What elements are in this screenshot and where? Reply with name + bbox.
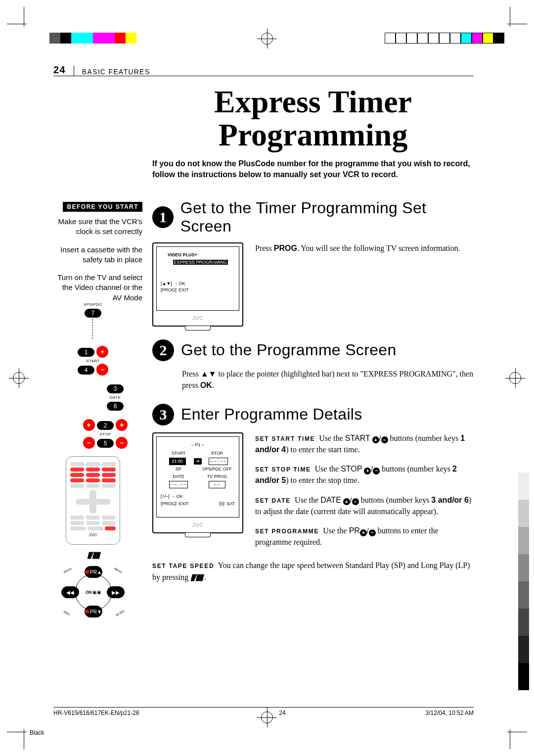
footer-file: HR-V615/616/617EK-EN/p21-28 [53,709,139,716]
tv-mock-2: – P1 – STARTSTOP 21:00➔– – : – – SPVPS/P… [152,432,243,533]
ok-button: OK ▣▣ [75,574,112,611]
page: 24 BASIC FEATURES Express Timer Programm… [0,0,534,756]
set-start-time: SET START TIME Use the START +/− buttons… [255,432,474,455]
intro-paragraph: If you do not know the PlusCode number f… [152,158,474,180]
registration-mark-left [12,371,26,385]
title-line-1: Express Timer [214,84,412,119]
before-item-3: Turn on the TV and select the Video chan… [53,273,142,303]
set-stop-time: SET STOP TIME Use the STOP +/− buttons (… [255,463,474,486]
section-title: BASIC FEATURES [82,68,150,76]
step-2-header: 2 Get to the Programme Screen [152,339,474,361]
step-3-title: Enter Programme Details [181,405,362,424]
tv-mock-1: VIDEO PLUS+ ☞ EXPRESS PROGRAMING [▲▼] → … [152,242,243,327]
header-rule [53,76,474,76]
registration-mark-right [508,371,522,385]
set-tape-speed: SET TAPE SPEED You can change the tape s… [152,560,474,583]
step-1-title: Get to the Timer Programming Set Screen [180,199,474,236]
crop-tick [507,24,527,24]
callout-stop: + 2 + STOP − 5 − [68,419,142,449]
footer-page: 24 [279,709,285,716]
crop-tick [507,732,527,732]
step-2-number: 2 [152,339,174,361]
step-3-text: SET START TIME Use the START +/− buttons… [255,432,474,556]
step-3-body: – P1 – STARTSTOP 21:00➔– – : – – SPVPS/P… [152,432,474,556]
color-bar-left [49,33,136,44]
pr-minus-button: PR ▼ [85,606,102,617]
page-header: 24 BASIC FEATURES [53,64,474,76]
page-footer: HR-V615/616/617EK-EN/p21-28 24 3/12/04, … [53,707,474,716]
crop-tick [24,729,24,749]
set-date: SET DATE Use the DATE +/− buttons (numbe… [255,494,474,517]
step-2-body: Press ▲▼ to place the pointer (highlight… [182,368,474,391]
header-separator [74,66,74,76]
set-programme: SET PROGRAMME Use the PR+/− buttons to e… [255,525,474,548]
callout-start: 1 + START 4 − [44,346,142,376]
remote-nav-cluster: PROG MENU 0000 30 SEC PR ▲ ◀◀ OK ▣▣ ▶▶ P… [63,567,123,616]
step-1-number: 1 [152,206,174,228]
crop-tick [7,24,27,24]
before-you-start-box: BEFORE YOU START Make sure that the VCR'… [53,188,142,303]
page-number: 24 [53,64,66,76]
ff-button: ▶▶ [107,586,125,598]
step-1-text: Press PROG. You will see the following T… [255,242,460,254]
crop-tick [510,729,510,749]
greyscale-strip [518,445,529,690]
before-you-start-badge: BEFORE YOU START [63,202,142,212]
color-bar-right [385,33,504,44]
before-item-1: Make sure that the VCR's clock is set co… [53,217,142,237]
crop-tick [7,732,27,732]
title-line-2: Programming [219,117,408,152]
registration-mark-top [260,32,274,46]
callout-vpspdc: VPS/PDC 7 [44,302,142,339]
sp-lp-icon: ▮/▮▮ [87,550,99,560]
footer-black-label: Black [30,729,44,736]
before-item-2: Insert a cassette with the safety tab in… [53,245,142,265]
step-1-body: VIDEO PLUS+ ☞ EXPRESS PROGRAMING [▲▼] → … [152,242,474,327]
step-2-title: Get to the Programme Screen [181,341,397,359]
step-1-header: 1 Get to the Timer Programming Set Scree… [152,199,474,236]
step-3-number: 3 [152,404,174,425]
remote-callouts: VPS/PDC 7 1 + START 4 − 3 DATE 6 + 2 + S… [44,302,142,616]
footer-timestamp: 3/12/04, 10:52 AM [426,709,474,716]
callout-date: 3 DATE 6 [88,383,142,412]
sp-lp-icon: ▮/▮▮ [190,572,202,582]
step-3-header: 3 Enter Programme Details [152,404,474,425]
remote-illustration: JVC [66,456,120,545]
page-title: Express Timer Programming [152,85,474,151]
